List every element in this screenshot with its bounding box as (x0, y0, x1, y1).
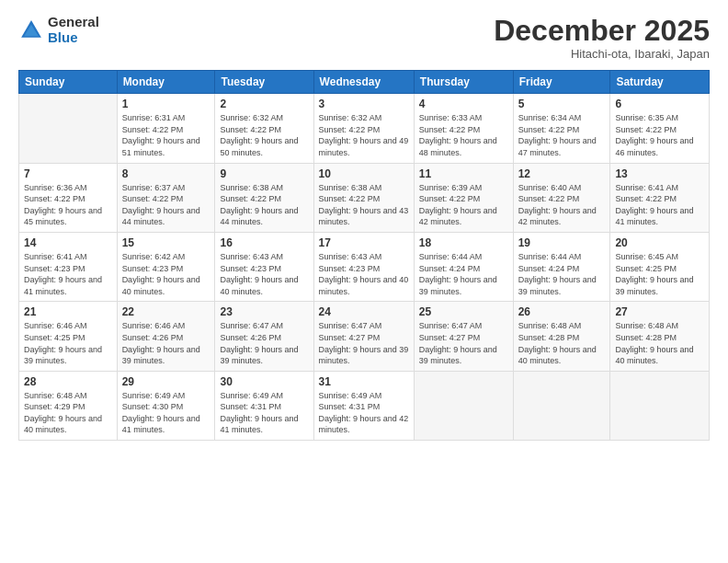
calendar-cell: 12 Sunrise: 6:40 AMSunset: 4:22 PMDaylig… (513, 163, 610, 232)
day-info: Sunrise: 6:45 AMSunset: 4:25 PMDaylight:… (615, 251, 704, 297)
calendar-cell: 28 Sunrise: 6:48 AMSunset: 4:29 PMDaylig… (19, 371, 118, 440)
calendar-cell: 17 Sunrise: 6:43 AMSunset: 4:23 PMDaylig… (313, 232, 414, 301)
title-block: December 2025 Hitachi-ota, Ibaraki, Japa… (494, 15, 710, 61)
calendar-cell: 26 Sunrise: 6:48 AMSunset: 4:28 PMDaylig… (513, 302, 610, 371)
day-info: Sunrise: 6:47 AMSunset: 4:26 PMDaylight:… (220, 320, 308, 366)
calendar-header-row: Sunday Monday Tuesday Wednesday Thursday… (19, 71, 710, 94)
day-number: 14 (24, 236, 112, 249)
calendar-cell: 5 Sunrise: 6:34 AMSunset: 4:22 PMDayligh… (513, 94, 610, 163)
calendar-cell: 19 Sunrise: 6:44 AMSunset: 4:24 PMDaylig… (513, 232, 610, 301)
location-subtitle: Hitachi-ota, Ibaraki, Japan (494, 47, 710, 61)
day-number: 16 (220, 236, 308, 249)
week-row-4: 21 Sunrise: 6:46 AMSunset: 4:25 PMDaylig… (19, 302, 710, 371)
day-number: 19 (518, 236, 606, 249)
calendar-cell: 3 Sunrise: 6:32 AMSunset: 4:22 PMDayligh… (313, 94, 414, 163)
calendar-cell: 8 Sunrise: 6:37 AMSunset: 4:22 PMDayligh… (117, 163, 215, 232)
calendar-cell: 27 Sunrise: 6:48 AMSunset: 4:28 PMDaylig… (610, 302, 710, 371)
page: General Blue December 2025 Hitachi-ota, … (0, 0, 728, 563)
calendar-cell: 13 Sunrise: 6:41 AMSunset: 4:22 PMDaylig… (610, 163, 710, 232)
col-monday: Monday (117, 71, 215, 94)
day-info: Sunrise: 6:37 AMSunset: 4:22 PMDaylight:… (122, 182, 210, 228)
day-number: 17 (319, 236, 409, 249)
day-number: 9 (220, 167, 308, 180)
day-number: 27 (615, 305, 704, 318)
day-number: 4 (419, 98, 508, 110)
col-tuesday: Tuesday (215, 71, 313, 94)
day-number: 24 (319, 305, 409, 318)
logo-general-text: General (48, 15, 99, 30)
day-info: Sunrise: 6:44 AMSunset: 4:24 PMDaylight:… (419, 251, 508, 297)
day-number: 18 (419, 236, 508, 249)
calendar-cell: 16 Sunrise: 6:43 AMSunset: 4:23 PMDaylig… (215, 232, 313, 301)
day-number: 23 (220, 305, 308, 318)
day-info: Sunrise: 6:48 AMSunset: 4:28 PMDaylight:… (518, 320, 606, 366)
day-number: 6 (615, 98, 704, 110)
day-number: 30 (220, 375, 308, 388)
month-title: December 2025 (494, 15, 710, 47)
day-info: Sunrise: 6:46 AMSunset: 4:26 PMDaylight:… (122, 320, 210, 366)
day-info: Sunrise: 6:48 AMSunset: 4:29 PMDaylight:… (24, 390, 112, 436)
day-number: 10 (319, 167, 409, 180)
calendar-cell: 14 Sunrise: 6:41 AMSunset: 4:23 PMDaylig… (19, 232, 118, 301)
day-info: Sunrise: 6:36 AMSunset: 4:22 PMDaylight:… (24, 182, 112, 228)
calendar-cell (19, 94, 118, 163)
calendar-cell: 21 Sunrise: 6:46 AMSunset: 4:25 PMDaylig… (19, 302, 118, 371)
calendar-cell: 4 Sunrise: 6:33 AMSunset: 4:22 PMDayligh… (414, 94, 513, 163)
day-info: Sunrise: 6:49 AMSunset: 4:30 PMDaylight:… (122, 390, 210, 436)
day-info: Sunrise: 6:33 AMSunset: 4:22 PMDaylight:… (419, 112, 508, 158)
day-info: Sunrise: 6:32 AMSunset: 4:22 PMDaylight:… (220, 112, 308, 158)
day-number: 11 (419, 167, 508, 180)
day-number: 29 (122, 375, 210, 388)
calendar-cell: 22 Sunrise: 6:46 AMSunset: 4:26 PMDaylig… (117, 302, 215, 371)
day-info: Sunrise: 6:38 AMSunset: 4:22 PMDaylight:… (220, 182, 308, 228)
calendar-cell: 24 Sunrise: 6:47 AMSunset: 4:27 PMDaylig… (313, 302, 414, 371)
day-number: 13 (615, 167, 704, 180)
week-row-3: 14 Sunrise: 6:41 AMSunset: 4:23 PMDaylig… (19, 232, 710, 301)
calendar-cell: 1 Sunrise: 6:31 AMSunset: 4:22 PMDayligh… (117, 94, 215, 163)
calendar-cell: 18 Sunrise: 6:44 AMSunset: 4:24 PMDaylig… (414, 232, 513, 301)
calendar-cell: 20 Sunrise: 6:45 AMSunset: 4:25 PMDaylig… (610, 232, 710, 301)
day-info: Sunrise: 6:43 AMSunset: 4:23 PMDaylight:… (319, 251, 409, 297)
day-number: 12 (518, 167, 606, 180)
day-info: Sunrise: 6:38 AMSunset: 4:22 PMDaylight:… (319, 182, 409, 228)
week-row-5: 28 Sunrise: 6:48 AMSunset: 4:29 PMDaylig… (19, 371, 710, 440)
logo-icon (18, 17, 44, 43)
day-info: Sunrise: 6:40 AMSunset: 4:22 PMDaylight:… (518, 182, 606, 228)
day-number: 5 (518, 98, 606, 110)
calendar-cell: 15 Sunrise: 6:42 AMSunset: 4:23 PMDaylig… (117, 232, 215, 301)
day-info: Sunrise: 6:49 AMSunset: 4:31 PMDaylight:… (220, 390, 308, 436)
day-number: 20 (615, 236, 704, 249)
col-wednesday: Wednesday (313, 71, 414, 94)
calendar-cell: 30 Sunrise: 6:49 AMSunset: 4:31 PMDaylig… (215, 371, 313, 440)
day-info: Sunrise: 6:35 AMSunset: 4:22 PMDaylight:… (615, 112, 704, 158)
day-info: Sunrise: 6:41 AMSunset: 4:23 PMDaylight:… (24, 251, 112, 297)
day-info: Sunrise: 6:48 AMSunset: 4:28 PMDaylight:… (615, 320, 704, 366)
day-info: Sunrise: 6:31 AMSunset: 4:22 PMDaylight:… (122, 112, 210, 158)
day-info: Sunrise: 6:43 AMSunset: 4:23 PMDaylight:… (220, 251, 308, 297)
calendar-cell: 10 Sunrise: 6:38 AMSunset: 4:22 PMDaylig… (313, 163, 414, 232)
day-info: Sunrise: 6:34 AMSunset: 4:22 PMDaylight:… (518, 112, 606, 158)
col-friday: Friday (513, 71, 610, 94)
day-info: Sunrise: 6:46 AMSunset: 4:25 PMDaylight:… (24, 320, 112, 366)
calendar-cell: 23 Sunrise: 6:47 AMSunset: 4:26 PMDaylig… (215, 302, 313, 371)
day-number: 8 (122, 167, 210, 180)
calendar-cell (610, 371, 710, 440)
day-info: Sunrise: 6:39 AMSunset: 4:22 PMDaylight:… (419, 182, 508, 228)
day-info: Sunrise: 6:41 AMSunset: 4:22 PMDaylight:… (615, 182, 704, 228)
calendar-cell: 6 Sunrise: 6:35 AMSunset: 4:22 PMDayligh… (610, 94, 710, 163)
calendar-cell: 2 Sunrise: 6:32 AMSunset: 4:22 PMDayligh… (215, 94, 313, 163)
day-number: 7 (24, 167, 112, 180)
calendar-cell (414, 371, 513, 440)
day-number: 22 (122, 305, 210, 318)
day-info: Sunrise: 6:44 AMSunset: 4:24 PMDaylight:… (518, 251, 606, 297)
logo: General Blue (18, 15, 99, 45)
day-number: 31 (319, 375, 409, 388)
day-number: 25 (419, 305, 508, 318)
header: General Blue December 2025 Hitachi-ota, … (18, 15, 710, 61)
calendar-cell: 9 Sunrise: 6:38 AMSunset: 4:22 PMDayligh… (215, 163, 313, 232)
calendar-cell: 29 Sunrise: 6:49 AMSunset: 4:30 PMDaylig… (117, 371, 215, 440)
day-number: 26 (518, 305, 606, 318)
logo-blue-text: Blue (48, 30, 99, 46)
calendar-cell: 25 Sunrise: 6:47 AMSunset: 4:27 PMDaylig… (414, 302, 513, 371)
col-saturday: Saturday (610, 71, 710, 94)
